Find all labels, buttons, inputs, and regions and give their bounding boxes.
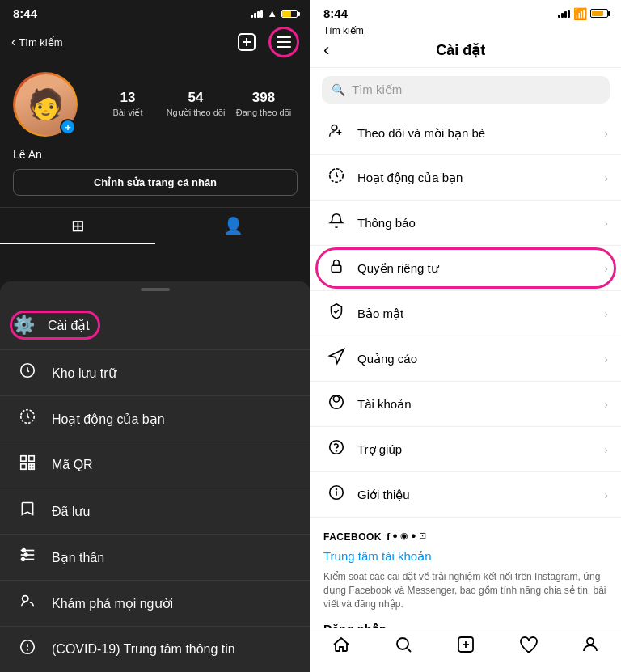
fb-dot3-icon: ● [411, 530, 416, 543]
list-item[interactable]: Bạn thân [0, 535, 310, 581]
archive-label: Kho lưu trữ [52, 366, 116, 381]
svg-point-15 [23, 549, 26, 552]
stat-posts-num: 13 [120, 90, 136, 106]
notification-label: Thông báo [349, 216, 604, 230]
settings-item-about[interactable]: Giới thiệu › [310, 472, 621, 518]
fb-f-icon: f [387, 530, 390, 543]
saved-label: Đã lưu [52, 504, 90, 519]
settings-item-notification[interactable]: Thông báo › [310, 201, 621, 246]
plus-square-icon [238, 33, 256, 51]
ads-label: Quảng cáo [349, 352, 604, 366]
chevron-right-icon-8: › [604, 443, 608, 456]
tag-icon: 👤 [223, 216, 243, 235]
nav-search-button[interactable] [373, 635, 435, 659]
close-friends-icon [16, 546, 39, 568]
signal-icon [251, 10, 263, 18]
settings-item-activity[interactable]: Hoạt động của bạn › [310, 155, 621, 201]
svg-point-17 [22, 558, 25, 561]
back-button-left[interactable]: ‹ Tìm kiếm [11, 35, 63, 49]
top-nav-right [234, 27, 299, 57]
ads-icon [323, 348, 349, 370]
settings-item-account[interactable]: Tài khoản › [310, 382, 621, 427]
stat-followers-label: Người theo dõi [167, 108, 226, 118]
settings-item-help[interactable]: Trợ giúp › [310, 427, 621, 472]
add-post-button[interactable] [234, 30, 259, 54]
settings-item-security[interactable]: Bảo mật › [310, 291, 621, 336]
back-label-left: Tìm kiếm [19, 36, 62, 49]
chevron-left-icon: ‹ [11, 35, 15, 49]
security-label: Bảo mật [349, 306, 604, 321]
chevron-right-icon-3: › [604, 217, 608, 230]
profile-tabs: ⊞ 👤 [0, 207, 310, 244]
left-panel: 8:44 ▲ ‹ Tìm kiếm [0, 0, 310, 672]
qr-label: Mã QR [52, 458, 93, 472]
list-item[interactable]: Đã lưu [0, 488, 310, 535]
avatar-add-story-button[interactable]: + [60, 119, 76, 135]
activity-settings-icon [323, 167, 349, 188]
list-item[interactable]: Khám phá mọi người [0, 581, 310, 627]
privacy-label: Quyền riêng tư [349, 261, 604, 276]
account-icon [323, 393, 349, 415]
svg-rect-11 [32, 467, 35, 470]
about-icon [323, 484, 349, 505]
right-status-icons: 📶 [558, 7, 608, 20]
heart-nav-icon [518, 635, 538, 659]
svg-point-31 [336, 488, 337, 489]
login-title: Đăng nhập [323, 622, 608, 628]
list-item[interactable]: Mã QR [0, 442, 310, 488]
facebook-account-center-link[interactable]: Trung tâm tài khoản [323, 549, 608, 564]
settings-item-privacy[interactable]: Quyền riêng tư › [310, 246, 621, 291]
tab-grid[interactable]: ⊞ [0, 208, 155, 244]
chevron-right-icon-9: › [604, 488, 608, 501]
qr-icon [16, 454, 39, 476]
right-back-label: Tìm kiếm [323, 25, 364, 36]
notification-icon [323, 212, 349, 234]
covid-icon [16, 638, 39, 661]
avatar[interactable]: 🧑 + [13, 72, 78, 137]
settings-icon: ⚙️ [12, 315, 35, 336]
discover-label: Khám phá mọi người [52, 596, 173, 611]
list-item[interactable]: (COVID-19) Trung tâm thông tin [0, 627, 310, 672]
chevron-right-icon-7: › [604, 398, 608, 411]
activity-label-right: Hoạt động của bạn [349, 171, 604, 185]
privacy-icon [323, 257, 349, 279]
svg-point-28 [336, 450, 337, 451]
account-label: Tài khoản [349, 397, 604, 412]
svg-rect-5 [21, 456, 26, 461]
stat-following: 398 Đang theo dõi [230, 90, 298, 118]
nav-home-button[interactable] [310, 635, 373, 659]
follow-icon [323, 123, 349, 143]
list-item[interactable]: Hoạt động của bạn [0, 396, 310, 442]
about-label: Giới thiệu [349, 488, 604, 502]
stat-followers-num: 54 [188, 90, 204, 106]
menu-button[interactable] [268, 27, 299, 57]
hamburger-icon [277, 36, 291, 48]
tab-tagged[interactable]: 👤 [155, 208, 310, 244]
stat-following-label: Đang theo dõi [236, 108, 292, 118]
svg-point-37 [587, 638, 594, 645]
settings-item-follow[interactable]: Theo dõi và mời bạn bè › [310, 112, 621, 155]
search-bar[interactable]: 🔍 Tìm kiếm [322, 76, 610, 104]
settings-header: ‹ Cài đặt [310, 36, 621, 68]
search-nav-icon [394, 635, 413, 659]
profile-nav-icon [581, 635, 600, 659]
left-status-bar: 8:44 ▲ [0, 0, 310, 23]
settings-title: Cài đặt [337, 41, 584, 59]
nav-profile-button[interactable] [559, 635, 621, 659]
chevron-right-icon-5: › [604, 307, 608, 320]
user-name: Lê An [0, 148, 310, 169]
security-icon [323, 302, 349, 324]
settings-list: Theo dõi và mời bạn bè › Hoạt động của b… [310, 112, 621, 628]
settings-item-ads[interactable]: Quảng cáo › [310, 336, 621, 382]
search-input[interactable]: Tìm kiếm [352, 82, 402, 97]
back-button-right[interactable]: ‹ [323, 41, 329, 59]
list-item[interactable]: ⚙️ Cài đặt [0, 301, 310, 350]
list-item[interactable]: Kho lưu trữ [0, 350, 310, 396]
edit-profile-button[interactable]: Chỉnh sửa trang cá nhân [13, 169, 298, 196]
nav-add-button[interactable] [435, 635, 497, 659]
nav-likes-button[interactable] [496, 635, 559, 659]
fb-dot4-icon: ⊡ [419, 530, 426, 543]
right-status-bar: 8:44 📶 [310, 0, 621, 23]
settings-label: Cài đặt [48, 318, 90, 333]
archive-icon [16, 361, 39, 384]
